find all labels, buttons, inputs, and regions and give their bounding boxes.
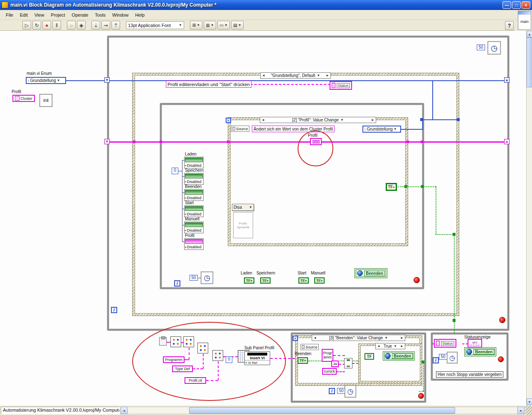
vertical-scroll-thumb[interactable] <box>527 37 532 87</box>
dropdown-icon[interactable]: ▼ <box>340 118 344 122</box>
tunnel[interactable] <box>457 118 460 121</box>
event-source-terminal[interactable]: Source <box>300 344 319 350</box>
cluster-terminal[interactable]: Cluster <box>12 95 35 102</box>
boolean-wire[interactable] <box>398 186 436 187</box>
menu-operate[interactable]: Operate <box>69 11 92 19</box>
tunnel[interactable] <box>406 141 409 143</box>
tunnel[interactable] <box>133 141 135 143</box>
prev-case-icon[interactable]: ◄ <box>262 74 265 77</box>
abort-button[interactable]: ● <box>42 21 51 30</box>
disa-ring-constant[interactable]: Disa ▼ <box>232 204 254 211</box>
minimize-button[interactable]: — <box>502 1 511 9</box>
wait-constant[interactable]: 50 <box>477 44 485 50</box>
prev-case-icon[interactable]: ◄ <box>313 336 317 340</box>
enum-wire[interactable] <box>401 129 423 130</box>
dropdown-icon[interactable]: ▼ <box>317 74 320 77</box>
highlight-execution-button[interactable]: ☼ <box>67 21 76 30</box>
boolean-wire[interactable] <box>454 234 455 320</box>
align-objects-button[interactable]: ⊞▼ <box>190 21 202 30</box>
hint-string-constant[interactable]: Profil editieren/laden und "Start" drück… <box>166 81 251 88</box>
loop-condition-terminal[interactable] <box>498 356 504 362</box>
tunnel[interactable] <box>404 185 407 188</box>
wait-ms-multiple-icon[interactable]: ◷ <box>345 385 356 398</box>
enum-constant[interactable]: ↕ Grundstellung ▼ <box>362 126 401 133</box>
wait-constant[interactable]: 50 <box>190 275 198 281</box>
wait-ms-multiple-icon[interactable]: ◷ <box>447 352 458 363</box>
boolean-wire[interactable] <box>419 391 423 392</box>
menu-tools[interactable]: Tools <box>91 11 109 19</box>
profil-dynamik-subvi-icon[interactable]: Profil-dynamik <box>233 212 253 238</box>
boolean-constant[interactable]: TF▸ <box>386 183 397 191</box>
distribute-objects-button[interactable]: ▥▼ <box>204 21 216 30</box>
menu-edit[interactable]: Edit <box>17 11 31 19</box>
dropdown-icon[interactable]: ▼ <box>384 336 388 340</box>
horizontal-scroll-thumb[interactable] <box>189 407 455 414</box>
property-node[interactable]: ▸Disabled <box>184 205 204 217</box>
restore-button[interactable]: □ <box>512 1 521 9</box>
init-subvi-icon[interactable]: init <box>39 94 52 107</box>
property-node[interactable]: ▸Disabled <box>184 157 204 168</box>
iteration-terminal[interactable]: i <box>329 388 335 394</box>
event-case-selector[interactable]: ◄ [3] "Beenden": Value Change▼ ► <box>312 335 405 341</box>
boolean-terminal[interactable]: TF▸ <box>298 277 309 284</box>
wait-constant[interactable]: 50 <box>439 354 447 360</box>
event-case-selector[interactable]: ◄ [2] "Profil": Value Change▼ ► <box>260 117 376 123</box>
case-selector[interactable]: ◄ True▼ ► <box>375 343 405 349</box>
status-local-variable[interactable]: Status <box>434 339 456 348</box>
step-over-button[interactable]: ⇝ <box>101 21 110 30</box>
string-wire[interactable] <box>333 355 345 356</box>
resize-gripper[interactable] <box>525 405 532 415</box>
enum-wire[interactable] <box>432 80 433 120</box>
boolean-terminal[interactable]: TF▸ <box>260 277 271 284</box>
tunnel[interactable] <box>160 141 162 143</box>
context-help-button[interactable]: ? <box>505 21 514 30</box>
next-case-icon[interactable]: ► <box>400 336 404 340</box>
prev-case-icon[interactable]: ◄ <box>377 344 380 348</box>
block-diagram[interactable]: ▼ ▼ ▲ ▲ ◄ "Grundstellung", Default▼ ► ◄ … <box>0 31 526 405</box>
event-case-selector[interactable]: ◄ "Grundstellung", Default▼ ► <box>260 72 331 79</box>
property-node[interactable]: ▸Disabled <box>184 222 204 233</box>
tunnel[interactable] <box>421 185 424 188</box>
beenden-button[interactable]: Beenden <box>355 268 387 278</box>
tunnel[interactable] <box>453 233 456 236</box>
font-selector[interactable]: 13pt Application Font ▼ <box>126 21 184 29</box>
run-button[interactable]: ▷ <box>22 21 31 30</box>
true-case-structure[interactable] <box>358 343 422 383</box>
property-node[interactable]: ▸Disabled <box>184 189 204 201</box>
pause-button[interactable]: ‖ <box>52 21 61 30</box>
vertical-scrollbar[interactable]: ▲ ▼ <box>526 31 532 405</box>
index-wire[interactable] <box>178 171 182 171</box>
boolean-wire[interactable] <box>423 362 424 392</box>
reference-wire[interactable] <box>182 160 182 242</box>
tunnel[interactable] <box>420 118 423 121</box>
menu-view[interactable]: View <box>31 11 48 19</box>
loop-condition-terminal[interactable] <box>499 317 505 323</box>
string-constant[interactable]: Ja <box>331 361 339 367</box>
scroll-right-button[interactable]: ► <box>517 407 525 414</box>
event-timeout-terminal[interactable]: × <box>293 336 298 341</box>
tunnel[interactable] <box>421 361 424 363</box>
menu-project[interactable]: Project <box>47 11 68 19</box>
event-timeout-terminal[interactable]: × <box>226 118 231 123</box>
enum-wire[interactable] <box>422 119 459 120</box>
string-wire[interactable] <box>462 343 468 344</box>
status-local-variable[interactable]: Status <box>330 81 352 90</box>
wait-ms-multiple-icon[interactable]: ◷ <box>201 272 213 284</box>
tunnel[interactable] <box>421 141 423 143</box>
shift-register-left[interactable]: ▼ <box>104 77 110 83</box>
loop-condition-terminal[interactable] <box>414 277 420 283</box>
shift-register-right[interactable]: ▲ <box>504 139 510 144</box>
enum-wire[interactable] <box>66 80 504 81</box>
property-node[interactable]: ▸Disabled <box>184 173 204 185</box>
tunnel[interactable] <box>453 319 456 322</box>
iteration-terminal[interactable]: i <box>111 307 117 313</box>
shift-register-left[interactable]: ▼ <box>104 139 110 144</box>
boolean-wire[interactable] <box>436 234 455 235</box>
numeric-constant[interactable]: 0 <box>172 168 178 174</box>
boolean-terminal[interactable]: TF▸ <box>298 357 308 364</box>
vi-icon-badge[interactable]: main <box>518 11 531 30</box>
string-constant[interactable]: zurück <box>322 368 337 375</box>
resize-objects-button[interactable]: ▭▼ <box>217 21 230 30</box>
boolean-terminal[interactable]: TF▸ <box>244 277 254 284</box>
shift-register-right[interactable]: ▲ <box>504 77 510 83</box>
